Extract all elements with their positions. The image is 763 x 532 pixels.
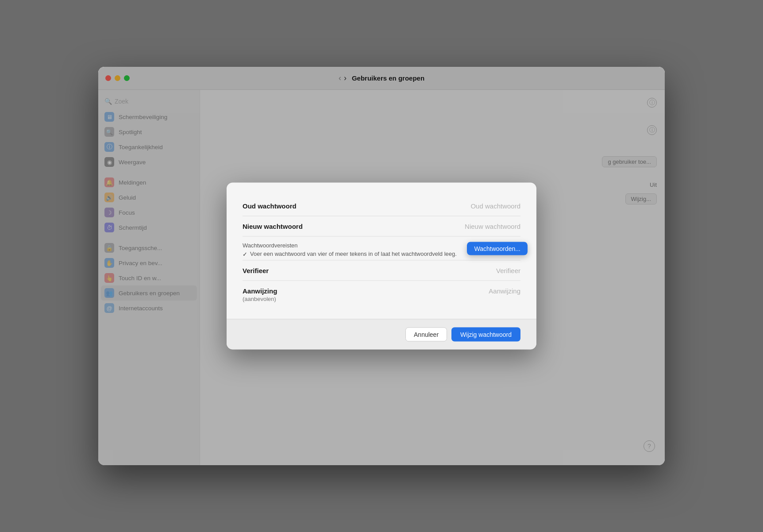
new-password-row: Nieuw wachtwoord Nieuw wachtwoord Wachtw… [243, 216, 520, 237]
dialog-footer: Annuleer Wijzig wachtwoord [227, 319, 536, 350]
old-password-placeholder[interactable]: Oud wachtwoord [331, 202, 520, 210]
dialog-body: Oud wachtwoord Oud wachtwoord Nieuw wach… [227, 183, 536, 319]
aanwijzing-placeholder[interactable]: Aanwijzing [331, 287, 520, 295]
cancel-button[interactable]: Annuleer [405, 328, 447, 342]
main-window: ‹ › Gebruikers en groepen 🔍 Zoek 🖥 Scher… [98, 67, 665, 465]
wachtwoorden-button[interactable]: Wachtwoorden... [467, 242, 528, 255]
requirement-text: Voer een wachtwoord van vier of meer tek… [250, 251, 457, 257]
old-password-row: Oud wachtwoord Oud wachtwoord [243, 196, 520, 216]
check-icon: ✓ [243, 251, 247, 258]
verifieer-placeholder[interactable]: Verifieer [331, 267, 520, 274]
new-password-label: Nieuw wachtwoord [243, 223, 331, 230]
aanwijzing-sub: (aanbevolen) [243, 296, 520, 302]
aanwijzing-label: Aanwijzing [243, 287, 331, 295]
old-password-label: Oud wachtwoord [243, 202, 331, 210]
aanwijzing-label-row: Aanwijzing Aanwijzing [243, 287, 520, 295]
wijzig-wachtwoord-button[interactable]: Wijzig wachtwoord [451, 328, 520, 342]
new-password-placeholder[interactable]: Nieuw wachtwoord [331, 223, 520, 230]
password-dialog: Oud wachtwoord Oud wachtwoord Nieuw wach… [227, 183, 536, 350]
verifieer-label: Verifieer [243, 267, 331, 274]
verifieer-row: Verifieer Verifieer [243, 261, 520, 281]
aanwijzing-row: Aanwijzing Aanwijzing (aanbevolen) [243, 281, 520, 308]
